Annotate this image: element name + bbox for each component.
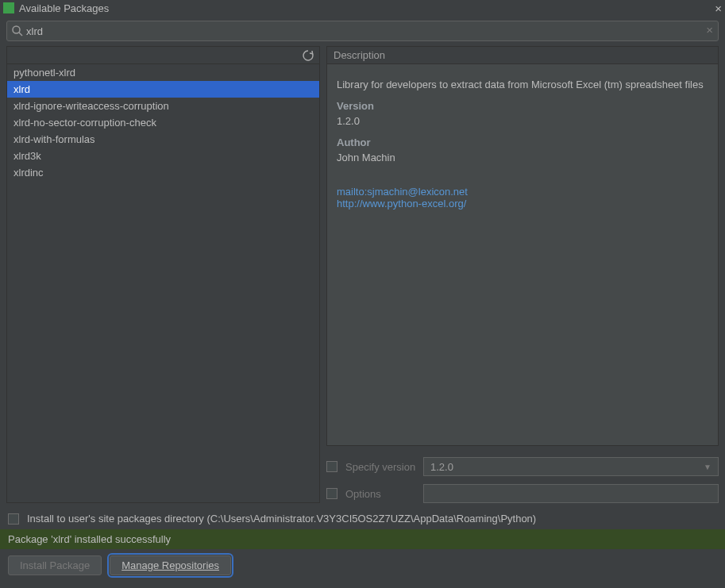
version-select[interactable]: 1.2.0 ▼ [423,457,719,476]
package-item[interactable]: xlrd-with-formulas [7,131,319,148]
button-row: Install Package Manage Repositories [0,549,725,588]
package-item[interactable]: xlrd [7,81,319,98]
install-package-button[interactable]: Install Package [8,555,102,575]
links-block: mailto:sjmachin@lexicon.nethttp://www.py… [337,186,708,209]
package-author: John Machin [337,152,708,163]
package-list-toolbar [7,47,319,64]
search-input[interactable] [26,25,697,37]
package-list-panel: pythonetl-xlrdxlrdxlrd-ignore-writeacces… [6,46,320,503]
clear-icon[interactable]: × [706,23,713,37]
search-icon [11,25,24,37]
package-item[interactable]: xlrd3k [7,148,319,164]
chevron-down-icon: ▼ [704,463,712,471]
specify-version-row: Specify version 1.2.0 ▼ [326,457,719,476]
specify-version-checkbox[interactable] [326,461,337,472]
svg-line-1 [19,33,22,36]
close-icon[interactable]: × [706,2,722,15]
package-link[interactable]: mailto:sjmachin@lexicon.net [337,186,708,198]
package-item[interactable]: xlrd-ignore-writeaccess-corruption [7,98,319,114]
package-item[interactable]: xlrdinc [7,164,319,181]
package-item[interactable]: pythonetl-xlrd [7,64,319,81]
package-list[interactable]: pythonetl-xlrdxlrdxlrd-ignore-writeacces… [7,64,319,502]
options-input[interactable] [423,484,719,503]
search-box[interactable]: × [6,21,719,41]
description-box: Library for developers to extract data f… [326,63,719,446]
package-link[interactable]: http://www.python-excel.org/ [337,198,708,209]
version-label: Version [337,100,708,112]
app-icon [3,2,14,13]
description-header: Description [326,46,719,63]
specify-version-label: Specify version [345,461,423,473]
status-text: Package 'xlrd' installed successfully [8,533,171,545]
package-item[interactable]: xlrd-no-sector-corruption-check [7,114,319,131]
site-packages-checkbox[interactable] [8,513,19,525]
window-title: Available Packages [19,2,706,14]
site-packages-row: Install to user's site packages director… [0,508,725,529]
package-version: 1.2.0 [337,115,708,127]
version-select-value: 1.2.0 [430,461,453,473]
install-options: Specify version 1.2.0 ▼ Options [326,457,719,503]
status-bar: Package 'xlrd' installed successfully [0,529,725,549]
main-area: pythonetl-xlrdxlrdxlrd-ignore-writeacces… [0,46,725,508]
titlebar: Available Packages × [0,0,725,16]
options-checkbox[interactable] [326,488,337,499]
options-row: Options [326,484,719,503]
options-label: Options [345,488,423,500]
author-label: Author [337,136,708,148]
search-row: × [0,16,725,46]
manage-repositories-label: Manage Repositories [121,559,219,571]
manage-repositories-button[interactable]: Manage Repositories [110,555,231,575]
svg-point-0 [13,26,20,33]
details-panel: Description Library for developers to ex… [326,46,719,503]
refresh-icon[interactable] [302,49,314,62]
site-packages-label: Install to user's site packages director… [27,513,536,525]
package-summary: Library for developers to extract data f… [337,79,708,90]
